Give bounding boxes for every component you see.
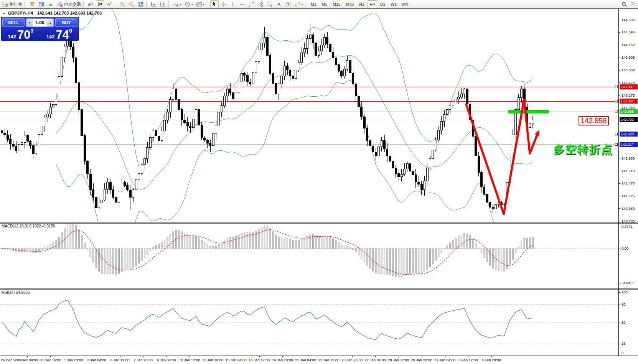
chart-area[interactable]: ▲ GBPJPY-,H4 142.641 142.703 142.603 142… <box>0 9 638 364</box>
time-tick-mark <box>167 356 167 357</box>
line-chart-button[interactable] <box>105 0 114 8</box>
autotrading-button[interactable]: 自动交易 <box>56 0 82 8</box>
price-annotation-label: 142.858 <box>579 116 609 125</box>
price-tick-label: 140.980 <box>622 206 635 211</box>
buy-button[interactable]: BUY <box>55 18 77 27</box>
volume-increase-button[interactable]: ▲ <box>47 19 53 26</box>
crosshair-button[interactable] <box>219 0 228 8</box>
equidistant-channel-button[interactable]: E <box>256 0 265 8</box>
price-tick-label: 141.955 <box>622 156 635 160</box>
price-scale[interactable]: 144.635144.395144.150143.905143.660143.4… <box>618 9 638 356</box>
time-tick-mark <box>97 356 97 357</box>
timeframe-m15-button[interactable]: M15 <box>330 0 343 8</box>
sell-button[interactable]: SELL <box>2 18 25 27</box>
line-anchor-square[interactable] <box>615 143 618 146</box>
chat-button[interactable] <box>629 0 638 8</box>
toolbar-separator <box>83 1 86 8</box>
timeframe-h1-button[interactable]: H1 <box>357 0 366 8</box>
pane-separator[interactable] <box>0 288 638 289</box>
line-anchor-square[interactable] <box>615 100 618 102</box>
sell-price-big: 70 <box>17 29 30 41</box>
price-tick-label: 143.905 <box>622 55 635 59</box>
candlestick-chart-button[interactable] <box>96 0 104 8</box>
timeframe-m1-button[interactable]: M1 <box>308 0 319 8</box>
price-tick-label: 141.470 <box>622 181 635 185</box>
text-label-button[interactable]: T <box>284 0 292 8</box>
price-divider <box>40 28 40 41</box>
tmpl-icon <box>196 1 202 7</box>
rsi-line <box>2 300 533 339</box>
time-scale[interactable]: 26 Dec 201927 Dec 08:0030 Dec 16:001 Jan… <box>0 356 638 364</box>
data-window-button[interactable] <box>37 0 46 8</box>
symbol-info: ▲ GBPJPY-,H4 142.641 142.703 142.603 142… <box>2 11 102 15</box>
horizontal-line-button[interactable] <box>238 0 246 8</box>
toolbar-button-label: 新订单 <box>10 2 22 7</box>
text-button[interactable]: A <box>275 0 283 8</box>
dropdown-caret-icon: ▾ <box>180 3 181 6</box>
sell-price-sup: 3 <box>30 28 33 34</box>
indicators-button[interactable]: ▾ <box>172 0 183 8</box>
line-anchor-square[interactable] <box>615 86 618 88</box>
cursor-button[interactable] <box>210 0 219 8</box>
timeframe-d1-button[interactable]: D1 <box>378 0 387 8</box>
navigator-button[interactable] <box>46 0 55 8</box>
templates-button[interactable]: ▾ <box>195 0 206 8</box>
rsi-tick-label: 0 <box>622 351 623 355</box>
time-tick-mark <box>282 356 283 357</box>
price-tick-mark <box>618 171 620 171</box>
pane-separator[interactable] <box>0 222 638 223</box>
tile-windows-button[interactable] <box>137 0 145 8</box>
time-tick-mark <box>27 356 28 357</box>
trendline-button[interactable] <box>247 0 256 8</box>
chart-plot[interactable] <box>0 9 638 364</box>
new-order-button[interactable]: 新订单 <box>1 0 23 8</box>
timeframe-m30-button[interactable]: M30 <box>344 0 356 8</box>
price-line-badge: 142.858 <box>620 109 638 114</box>
sell-price[interactable]: 142 70 3 <box>2 28 39 41</box>
shapes-button[interactable]: ▾ <box>293 0 304 8</box>
linech-icon <box>106 1 112 7</box>
ta-icon: A <box>276 1 282 7</box>
line-anchor-square[interactable] <box>615 133 618 135</box>
time-tick-mark <box>143 356 143 357</box>
fibonacci-button[interactable]: F <box>265 0 274 8</box>
price-line-badge: 142.423 <box>620 132 638 137</box>
buy-price-prefix: 142 <box>46 34 55 40</box>
chart-shift-button[interactable] <box>159 0 167 8</box>
price-line-badge: 142.703 <box>620 117 638 122</box>
price-tick-label: 140.735 <box>622 219 635 223</box>
timeframe-mn-button[interactable]: MN <box>400 0 410 8</box>
macd-tick-label: -0.6017 <box>622 281 634 285</box>
search-button[interactable] <box>620 0 628 8</box>
periods-button[interactable]: ▾ <box>183 0 194 8</box>
fibo-icon: F <box>267 1 273 7</box>
time-tick-mark <box>306 356 306 357</box>
time-tick-mark <box>120 356 120 357</box>
volume-input[interactable] <box>33 19 47 26</box>
price-tick-mark <box>618 95 620 96</box>
volume-decrease-button[interactable]: ▼ <box>26 19 33 26</box>
vline-icon <box>230 1 236 7</box>
zoom-out-button[interactable] <box>127 0 136 8</box>
auto-scroll-button[interactable] <box>150 0 158 8</box>
zoom-in-button[interactable] <box>118 0 127 8</box>
timeframe-h4-button[interactable]: H4 <box>368 0 377 8</box>
time-tick-mark <box>329 356 329 357</box>
time-tick-mark <box>190 356 190 357</box>
market-watch-button[interactable] <box>28 0 36 8</box>
vertical-line-button[interactable] <box>229 0 237 8</box>
bar-chart-button[interactable] <box>87 0 95 8</box>
price-tick-label: 141.710 <box>622 169 635 173</box>
price-tick-mark <box>618 70 620 71</box>
collapse-arrow-icon[interactable]: ▲ <box>2 12 5 15</box>
price-tick-mark <box>618 20 620 20</box>
zin-icon <box>119 1 125 7</box>
timeframe-m5-button[interactable]: M5 <box>320 0 330 8</box>
buy-price[interactable]: 142 74 0 <box>41 28 78 41</box>
line-anchor-square[interactable] <box>615 110 618 113</box>
svg-text:F: F <box>271 5 272 7</box>
green-highlight-rect <box>508 110 549 114</box>
rsi-tick-label: 100 <box>622 290 628 294</box>
timeframe-w1-button[interactable]: W1 <box>388 0 399 8</box>
price-tick-mark <box>618 108 620 108</box>
